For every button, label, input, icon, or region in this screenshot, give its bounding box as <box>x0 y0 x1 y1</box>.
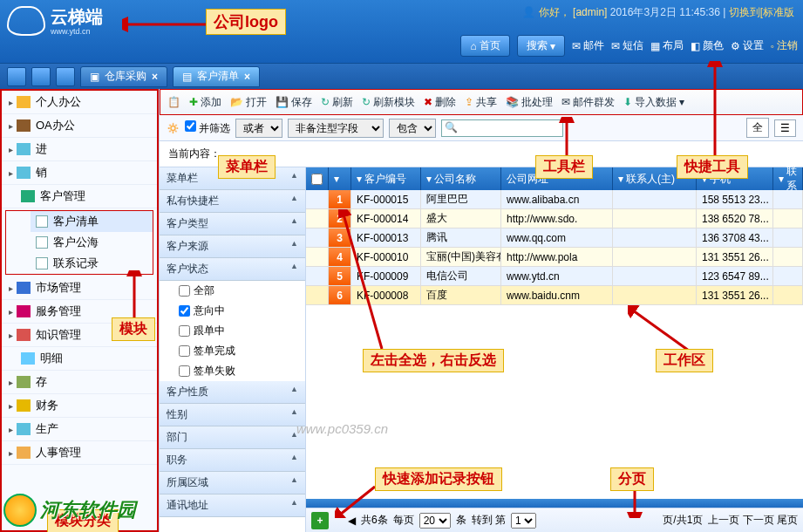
list-view-button[interactable] <box>56 67 75 86</box>
cat-region[interactable]: 所属区域 <box>160 472 305 494</box>
col-phone[interactable]: ▾ 手机 <box>697 167 773 190</box>
logout-link[interactable]: ◦注销 <box>771 38 798 53</box>
color-icon: ◧ <box>691 40 700 52</box>
nav-customer-pool[interactable]: 客户公海 <box>31 232 153 253</box>
nav-customer-mgmt[interactable]: 客户管理 <box>2 185 157 208</box>
share-button[interactable]: ⇪共享 <box>465 95 497 110</box>
row-checkbox[interactable] <box>306 248 329 267</box>
status-all[interactable]: 全部 <box>160 281 305 301</box>
settings-link[interactable]: ⚙设置 <box>731 38 764 53</box>
module-tree: 个人办公 OA办公 进 销 客户管理 客户清单 客户公海 联系记录 市场管理 服… <box>0 89 159 532</box>
cat-gender[interactable]: 性别 <box>160 404 305 426</box>
table-row[interactable]: 6KF-000008百度www.baidu.cnm131 3551 26... <box>306 286 803 305</box>
save-button[interactable]: 💾保存 <box>276 95 312 110</box>
row-checkbox[interactable] <box>306 286 329 305</box>
nav-in[interactable]: 进 <box>2 138 157 161</box>
batch-button[interactable]: 📚批处理 <box>506 95 553 110</box>
cat-menubar[interactable]: 菜单栏 <box>160 167 305 190</box>
tab-warehouse[interactable]: ▣仓库采购× <box>80 66 167 87</box>
nav-finance[interactable]: 财务 <box>2 394 157 418</box>
grid-scrollbar[interactable] <box>306 499 803 508</box>
cell-name: 腾讯 <box>421 228 501 248</box>
row-checkbox[interactable] <box>306 267 329 286</box>
cell-id: KF-000009 <box>351 267 421 286</box>
nav-knowledge[interactable]: 知识管理 <box>2 324 157 347</box>
layout-link[interactable]: ▦布局 <box>650 38 684 53</box>
close-icon[interactable]: × <box>152 71 158 83</box>
nav-production[interactable]: 生产 <box>2 418 157 441</box>
add-button[interactable]: ✚添加 <box>189 95 221 110</box>
logic-select[interactable]: 或者 <box>235 119 282 138</box>
color-link[interactable]: ◧颜色 <box>691 38 724 53</box>
switch-edition-link[interactable]: 切换到[标准版 <box>729 6 794 18</box>
cat-private[interactable]: 私有快捷栏 <box>160 190 305 213</box>
goto-page-select[interactable]: 1 <box>511 513 536 529</box>
table-row[interactable]: 3KF-000013腾讯www.qq.com136 3708 43... <box>306 228 803 248</box>
nav-service[interactable]: 服务管理 <box>2 300 157 324</box>
col-company-url[interactable]: 公司网址 <box>501 167 613 190</box>
nav-market[interactable]: 市场管理 <box>2 276 157 300</box>
col-rownum[interactable]: ▾ <box>329 167 351 190</box>
table-row[interactable]: 4KF-000010宝丽(中国)美容有限http://www.pola131 3… <box>306 248 803 267</box>
open-button[interactable]: 📂打开 <box>230 95 267 110</box>
nav-customer-list[interactable]: 客户清单 <box>31 211 153 232</box>
operator-select[interactable]: 包含 <box>389 119 436 138</box>
cat-type[interactable]: 客户类型 <box>160 213 305 235</box>
row-checkbox[interactable] <box>306 228 329 248</box>
nav-inventory[interactable]: 存 <box>2 371 157 394</box>
cat-dept[interactable]: 部门 <box>160 426 305 449</box>
mail-group-button[interactable]: ✉邮件群发 <box>561 95 615 110</box>
nav-left-button[interactable] <box>7 67 26 86</box>
select-all-checkbox[interactable] <box>306 167 329 190</box>
field-select[interactable]: 非备注型字段 <box>288 119 384 138</box>
status-failed[interactable]: 签单失败 <box>160 361 305 381</box>
col-company-name[interactable]: ▾ 公司名称 <box>421 167 501 190</box>
pagesize-select[interactable]: 20 <box>419 513 451 529</box>
status-follow[interactable]: 跟单中 <box>160 321 305 341</box>
out-icon <box>17 167 31 179</box>
home-button[interactable]: ⌂首页 <box>460 35 509 57</box>
nav-personal[interactable]: 个人办公 <box>2 91 157 114</box>
status-intent[interactable]: 意向中 <box>160 301 305 321</box>
person-icon <box>17 96 31 108</box>
x-icon: ✖ <box>424 96 432 108</box>
table-row[interactable]: 5KF-000009电信公司www.ytd.cn123 6547 89... <box>306 267 803 286</box>
row-checkbox[interactable] <box>306 190 329 209</box>
nav-detail[interactable]: 明细 <box>2 347 157 371</box>
delete-button[interactable]: ✖删除 <box>424 95 456 110</box>
col-contact2[interactable]: ▾ 联系 <box>773 167 803 190</box>
sms-link[interactable]: ✉短信 <box>611 38 643 53</box>
col-customer-id[interactable]: ▾ 客户编号 <box>351 167 421 190</box>
page-nav[interactable]: 上一页 下一页 尾页 <box>708 513 798 528</box>
combine-filter-checkbox[interactable]: 并筛选 <box>185 120 230 136</box>
quick-add-button[interactable]: + <box>311 512 329 529</box>
grid-view-button[interactable] <box>31 67 51 86</box>
cat-job[interactable]: 职务 <box>160 449 305 472</box>
mail-link[interactable]: ✉邮件 <box>572 38 604 53</box>
row-checkbox[interactable] <box>306 209 329 228</box>
refresh-module-button[interactable]: ↻刷新模块 <box>362 95 415 110</box>
tab-customer-list[interactable]: ▤客户清单× <box>173 66 260 87</box>
status-signed[interactable]: 签单完成 <box>160 341 305 361</box>
close-icon[interactable]: × <box>244 71 250 83</box>
current-content-label: 当前内容： <box>160 141 803 167</box>
refresh-button[interactable]: ↻刷新 <box>321 95 353 110</box>
cat-addr[interactable]: 通讯地址 <box>160 494 305 517</box>
expand-button[interactable]: ☰ <box>774 119 796 137</box>
table-row[interactable]: 2KF-000014盛大http://www.sdo.138 6520 78..… <box>306 209 803 228</box>
nav-hr[interactable]: 人事管理 <box>2 441 157 465</box>
cat-attr[interactable]: 客户性质 <box>160 381 305 404</box>
search-button[interactable]: 搜索▾ <box>517 35 565 57</box>
col-contact[interactable]: ▾ 联系人(主) <box>613 167 697 190</box>
all-button[interactable]: 全 <box>746 118 769 138</box>
search-input[interactable] <box>441 119 563 137</box>
nav-oa[interactable]: OA办公 <box>2 114 157 138</box>
import-button[interactable]: ⬇导入数据▾ <box>623 95 684 110</box>
nav-contact-log[interactable]: 联系记录 <box>31 253 153 274</box>
filter-icon[interactable]: 🔅 <box>167 122 180 134</box>
nav-out[interactable]: 销 <box>2 161 157 185</box>
calendar-icon[interactable]: 📋 <box>167 96 180 108</box>
cat-status[interactable]: 客户状态 <box>160 258 305 281</box>
cat-source[interactable]: 客户来源 <box>160 235 305 258</box>
table-row[interactable]: 1KF-000015阿里巴巴www.alibaba.cn158 5513 23.… <box>306 190 803 209</box>
